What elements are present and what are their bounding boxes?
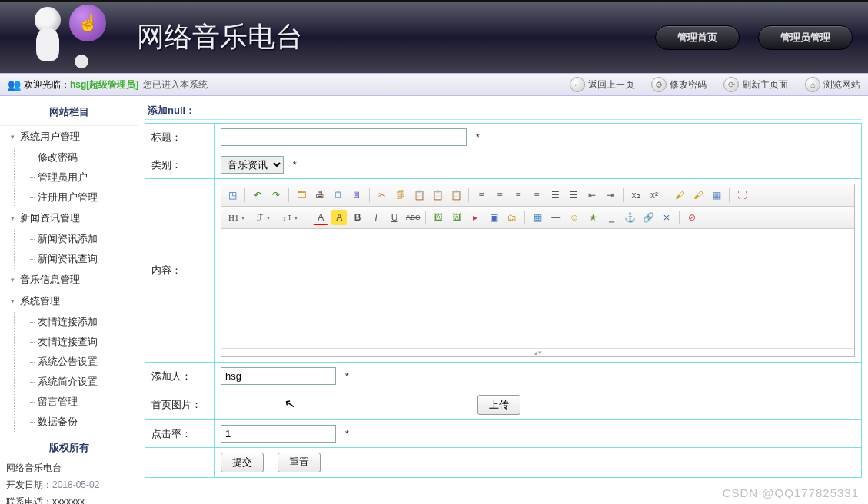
anchor-icon[interactable]: ⚓ [622,210,637,225]
copy-icon[interactable]: 🗐 [393,187,408,203]
category-select[interactable]: 音乐资讯 [221,156,284,174]
print-icon[interactable]: 🖶 [312,187,328,203]
dev-date-label: 开发日期： [6,479,52,490]
welcome-prefix: 欢迎光临： [24,78,70,91]
link-icon[interactable]: 🔗 [640,210,656,225]
list-ul-icon[interactable]: ☰ [566,187,581,203]
hr-icon[interactable]: — [548,210,564,225]
paste-icon[interactable]: 📋 [411,187,427,203]
welcome-username: hsg[超级管理员] [70,78,138,91]
logo-badge-icon: ☝ [69,5,106,41]
about-icon[interactable]: ⊘ [684,210,700,225]
fullscreen-icon[interactable]: ⛶ [734,187,750,203]
sidebar-item-0-0[interactable]: 修改密码 [15,148,138,167]
app-header: ☝ 网络音乐电台 管理首页 管理员管理 [0,0,868,73]
admin-home-button[interactable]: 管理首页 [655,25,740,50]
emoji-icon[interactable]: ☺ [567,210,582,225]
templates-icon[interactable]: 🗏 [349,187,364,203]
sidebar-item-1-1[interactable]: 新闻资讯查询 [15,249,138,269]
sidebar-group-3[interactable]: 系统管理 [0,290,138,312]
italic-icon[interactable]: I [368,210,384,225]
sidebar-item-1-0[interactable]: 新闻资讯添加 [15,229,138,249]
font-size-select[interactable]: тT [278,210,303,225]
back-icon: ← [570,77,585,92]
table-icon[interactable]: ▦ [530,210,545,225]
sidebar-title: 网站栏目 [0,99,138,126]
paste-word-icon[interactable]: 📋 [448,187,464,203]
submit-button[interactable]: 提交 [221,453,264,472]
editor-resize-handle[interactable]: ▴▾ [221,348,854,356]
sidebar-item-3-3[interactable]: 系统简介设置 [15,372,138,392]
outdent-icon[interactable]: ⇤ [584,187,600,203]
cut-icon[interactable]: ✂ [374,187,390,203]
clicks-input[interactable] [221,425,336,443]
browse-site-button[interactable]: ⌂ 浏览网站 [805,77,860,92]
globe-icon: ⌂ [805,77,820,92]
sidebar-item-3-1[interactable]: 友情连接查询 [15,332,138,352]
panel-title: 添加null： [145,102,862,120]
editor-body[interactable] [221,229,854,348]
redo-icon[interactable]: ↷ [268,187,284,203]
format-painter-icon[interactable]: 🖌 [690,187,706,203]
media-icon[interactable]: ▣ [486,210,501,225]
unlink-icon[interactable]: ⤫ [659,210,674,225]
bold-icon[interactable]: B [350,210,365,225]
refresh-label: 刷新主页面 [742,78,788,91]
superscript-icon[interactable]: x² [647,187,662,203]
align-right-icon[interactable]: ≡ [510,187,526,203]
pagebreak-icon[interactable]: ⎯ [604,210,619,225]
source-icon[interactable]: ◳ [224,187,240,203]
sidebar-item-3-5[interactable]: 数据备份 [15,412,138,432]
font-family-select[interactable]: ℱ [253,210,275,225]
flash-icon[interactable]: ▸ [467,210,483,225]
file-icon[interactable]: 🗂 [504,210,520,225]
required-mark: * [345,370,349,382]
admin-manage-button[interactable]: 管理员管理 [758,25,853,50]
multi-image-icon[interactable]: 🖼 [449,210,464,225]
sidebar-group-2[interactable]: 音乐信息管理 [0,269,138,290]
sidebar-item-3-4[interactable]: 留言管理 [15,392,138,412]
image-icon[interactable]: 🖼 [431,210,446,225]
site-title: 网络音乐电台 [137,18,303,56]
upload-button[interactable]: 上传 [477,395,520,415]
strike-icon[interactable]: ABC [405,210,421,225]
undo-icon[interactable]: ↶ [250,187,265,203]
cover-input[interactable] [221,396,474,413]
subscript-icon[interactable]: x₂ [628,187,644,203]
sidebar-item-0-2[interactable]: 注册用户管理 [15,187,138,207]
highlight-icon[interactable]: A [331,210,347,225]
template-icon[interactable]: 🗒 [331,187,346,203]
back-label: 返回上一页 [588,78,634,91]
select-all-icon[interactable]: ▦ [709,187,724,203]
sidebar: 网站栏目 系统用户管理修改密码管理员用户注册用户管理新闻资讯管理新闻资讯添加新闻… [0,96,138,504]
editor-toolbar-row1: ◳ ↶ ↷ 🗔 🖶 🗒 🗏 ✂ 🗐 📋 [221,184,854,207]
list-ol-icon[interactable]: ☰ [547,187,563,203]
text-color-icon[interactable]: A [313,210,328,225]
sidebar-item-0-1[interactable]: 管理员用户 [15,167,138,187]
refresh-button[interactable]: ⟳ 刷新主页面 [723,77,788,92]
align-center-icon[interactable]: ≡ [492,187,507,203]
paste-text-icon[interactable]: 📋 [430,187,445,203]
browse-label: 浏览网站 [823,78,860,91]
sidebar-group-0[interactable]: 系统用户管理 [0,126,138,148]
special-char-icon[interactable]: ★ [585,210,600,225]
sidebar-item-3-0[interactable]: 友情连接添加 [15,312,138,332]
align-justify-icon[interactable]: ≡ [529,187,544,203]
reset-button[interactable]: 重置 [278,453,321,472]
label-cover: 首页图片： [145,390,215,420]
preview-icon[interactable]: 🗔 [294,187,309,203]
underline-icon[interactable]: U [387,210,402,225]
heading-select[interactable]: H1 [224,210,250,225]
align-left-icon[interactable]: ≡ [474,187,489,203]
required-mark: * [476,131,480,143]
indent-icon[interactable]: ⇥ [603,187,618,203]
change-password-button[interactable]: ⚙ 修改密码 [651,77,707,92]
clear-format-icon[interactable]: 🖌 [672,187,687,203]
dev-date: 2018-05-02 [52,479,99,490]
title-input[interactable] [221,128,467,146]
sidebar-group-1[interactable]: 新闻资讯管理 [0,207,138,229]
adder-input[interactable] [221,367,336,385]
sidebar-item-3-2[interactable]: 系统公告设置 [15,352,138,372]
users-icon: 👥 [8,78,21,91]
back-button[interactable]: ← 返回上一页 [570,77,634,92]
